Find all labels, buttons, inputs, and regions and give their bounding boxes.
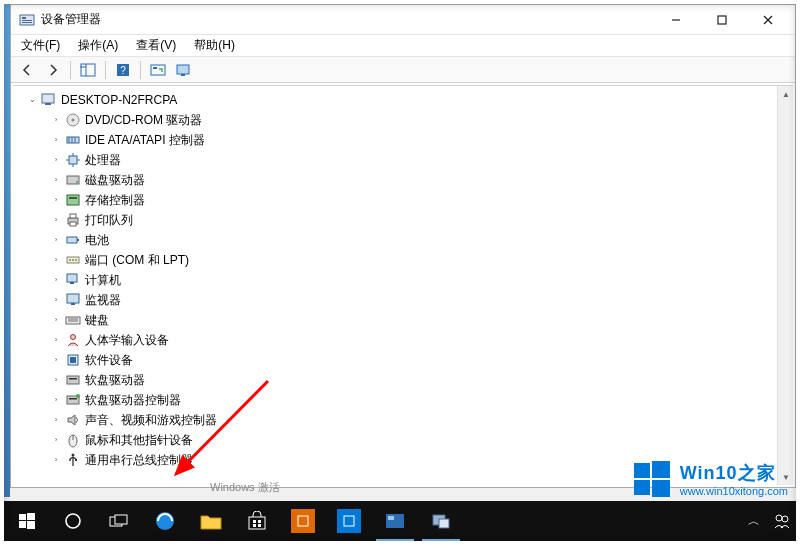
expand-icon[interactable]: › bbox=[49, 293, 63, 307]
tree-item[interactable]: ›声音、视频和游戏控制器 bbox=[21, 410, 777, 430]
tree-item[interactable]: ›电池 bbox=[21, 230, 777, 250]
tree-item[interactable]: ›存储控制器 bbox=[21, 190, 777, 210]
svg-rect-52 bbox=[70, 357, 76, 363]
expand-icon[interactable]: › bbox=[49, 253, 63, 267]
expand-icon[interactable]: › bbox=[49, 373, 63, 387]
tree-item[interactable]: ›端口 (COM 和 LPT) bbox=[21, 250, 777, 270]
menu-view[interactable]: 查看(V) bbox=[132, 37, 180, 54]
tray-people-icon[interactable] bbox=[768, 501, 796, 541]
cortana-button[interactable] bbox=[50, 501, 96, 541]
start-button[interactable] bbox=[4, 501, 50, 541]
expand-icon[interactable]: › bbox=[49, 193, 63, 207]
tree-item-label: 打印队列 bbox=[85, 210, 133, 230]
svg-rect-1 bbox=[22, 17, 26, 19]
menu-action[interactable]: 操作(A) bbox=[74, 37, 122, 54]
expand-icon[interactable]: › bbox=[49, 393, 63, 407]
window-title: 设备管理器 bbox=[41, 11, 653, 28]
menu-file[interactable]: 文件(F) bbox=[17, 37, 64, 54]
tree-item[interactable]: ›计算机 bbox=[21, 270, 777, 290]
svg-rect-56 bbox=[69, 398, 77, 400]
expand-icon[interactable]: › bbox=[49, 133, 63, 147]
close-button[interactable] bbox=[745, 5, 791, 35]
tray-chevron-up-icon[interactable]: ︿ bbox=[740, 501, 768, 541]
taskbar-edge[interactable] bbox=[142, 501, 188, 541]
taskbar-app-orange[interactable] bbox=[280, 501, 326, 541]
task-view-button[interactable] bbox=[96, 501, 142, 541]
vertical-scrollbar[interactable]: ▲ ▼ bbox=[777, 86, 793, 485]
expand-icon[interactable]: › bbox=[49, 353, 63, 367]
taskbar-running-1[interactable] bbox=[372, 501, 418, 541]
expand-icon[interactable]: › bbox=[49, 333, 63, 347]
tree-root[interactable]: ⌄ DESKTOP-N2FRCPA bbox=[21, 90, 777, 110]
maximize-button[interactable] bbox=[699, 5, 745, 35]
minimize-button[interactable] bbox=[653, 5, 699, 35]
tree-item[interactable]: ›人体学输入设备 bbox=[21, 330, 777, 350]
svg-point-61 bbox=[69, 459, 71, 461]
svg-rect-25 bbox=[69, 156, 77, 164]
tree-item[interactable]: ›软盘驱动器 bbox=[21, 370, 777, 390]
show-hide-tree-button[interactable] bbox=[76, 59, 100, 81]
svg-rect-44 bbox=[70, 282, 74, 284]
expand-icon[interactable]: › bbox=[49, 153, 63, 167]
forward-button[interactable] bbox=[41, 59, 65, 81]
title-bar: 设备管理器 bbox=[11, 5, 795, 35]
menu-help[interactable]: 帮助(H) bbox=[190, 37, 239, 54]
svg-rect-79 bbox=[253, 524, 256, 527]
computer-icon bbox=[65, 272, 81, 288]
back-button[interactable] bbox=[15, 59, 39, 81]
window-controls bbox=[653, 5, 791, 35]
expand-icon[interactable]: › bbox=[49, 453, 63, 467]
svg-point-88 bbox=[782, 516, 788, 522]
expand-icon[interactable]: › bbox=[49, 313, 63, 327]
svg-rect-54 bbox=[69, 378, 77, 380]
taskbar-file-explorer[interactable] bbox=[188, 501, 234, 541]
tree-item[interactable]: ›处理器 bbox=[21, 150, 777, 170]
sound-icon bbox=[65, 412, 81, 428]
tree-root-label: DESKTOP-N2FRCPA bbox=[61, 90, 177, 110]
svg-rect-62 bbox=[75, 459, 77, 461]
taskbar-app-blue[interactable] bbox=[326, 501, 372, 541]
help-button[interactable]: ? bbox=[111, 59, 135, 81]
tree-item[interactable]: ›磁盘驱动器 bbox=[21, 170, 777, 190]
devices-view-button[interactable] bbox=[172, 59, 196, 81]
tree-item-label: DVD/CD-ROM 驱动器 bbox=[85, 110, 202, 130]
svg-rect-8 bbox=[81, 64, 95, 76]
tree-item[interactable]: ›打印队列 bbox=[21, 210, 777, 230]
tree-item-label: 通用串行总线控制器 bbox=[85, 450, 193, 470]
device-tree[interactable]: ⌄ DESKTOP-N2FRCPA ›DVD/CD-ROM 驱动器›IDE AT… bbox=[13, 86, 777, 485]
expand-icon[interactable]: › bbox=[49, 233, 63, 247]
svg-rect-74 bbox=[115, 515, 127, 524]
scroll-up-button[interactable]: ▲ bbox=[778, 86, 793, 102]
tree-item-label: 监视器 bbox=[85, 290, 121, 310]
expand-icon[interactable]: › bbox=[49, 433, 63, 447]
svg-rect-17 bbox=[42, 94, 54, 103]
tree-item[interactable]: ›DVD/CD-ROM 驱动器 bbox=[21, 110, 777, 130]
usb-icon bbox=[65, 452, 81, 468]
tree-item[interactable]: ›鼠标和其他指针设备 bbox=[21, 430, 777, 450]
tree-item[interactable]: ›软盘驱动器控制器 bbox=[21, 390, 777, 410]
svg-point-40 bbox=[69, 259, 71, 261]
tree-item[interactable]: ›IDE ATA/ATAPI 控制器 bbox=[21, 130, 777, 150]
tree-item[interactable]: ›监视器 bbox=[21, 290, 777, 310]
storage-controller-icon bbox=[65, 192, 81, 208]
svg-point-60 bbox=[72, 454, 75, 457]
expand-icon[interactable]: › bbox=[49, 273, 63, 287]
taskbar-device-manager[interactable] bbox=[418, 501, 464, 541]
svg-rect-5 bbox=[718, 16, 726, 24]
watermark-title: Win10之家 bbox=[680, 461, 788, 485]
svg-rect-45 bbox=[67, 294, 79, 303]
tree-item-label: 处理器 bbox=[85, 150, 121, 170]
taskbar-store[interactable] bbox=[234, 501, 280, 541]
svg-rect-69 bbox=[27, 513, 35, 520]
scan-hardware-button[interactable] bbox=[146, 59, 170, 81]
collapse-icon[interactable]: ⌄ bbox=[25, 93, 39, 107]
expand-icon[interactable]: › bbox=[49, 213, 63, 227]
expand-icon[interactable]: › bbox=[49, 113, 63, 127]
expand-icon[interactable]: › bbox=[49, 173, 63, 187]
tree-item[interactable]: ›软件设备 bbox=[21, 350, 777, 370]
activation-text: Windows 激活 bbox=[210, 480, 280, 495]
disc-drive-icon bbox=[65, 112, 81, 128]
tree-item[interactable]: ›键盘 bbox=[21, 310, 777, 330]
watermark: Win10之家 www.win10xitong.com bbox=[632, 459, 788, 499]
expand-icon[interactable]: › bbox=[49, 413, 63, 427]
